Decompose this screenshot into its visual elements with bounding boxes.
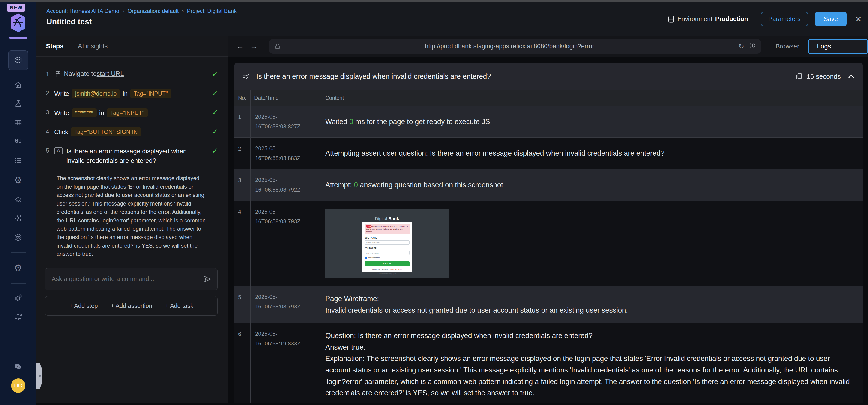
gear-icon: ⚙ [14,263,22,272]
row-number: 3 [235,169,251,201]
panel-expander-handle[interactable] [36,363,42,388]
step-value-badge: jsmith@demo.io [72,89,120,98]
sidebar-item-list[interactable] [14,156,22,165]
sidebar-bottom-section: ? DC [0,355,36,405]
help-button[interactable]: ? [14,363,22,372]
thumb-brand: Digital Bank [325,215,449,222]
tab-ai-insights[interactable]: AI insights [78,42,107,50]
tab-steps[interactable]: Steps [46,42,63,50]
log-row-4: 4 2025-05-16T06:58:08.793Z Digital Bank … [235,201,863,286]
breadcrumb-project[interactable]: Project: Digital Bank [187,8,237,14]
row-content: Attempting assert user question: Is ther… [320,138,863,169]
environment-label: Environment [677,16,712,23]
info-icon[interactable] [749,42,756,50]
sidebar-item-cd[interactable] [14,233,22,241]
command-input-box [45,268,218,290]
main-panel: ← → http://prod.dbank.staging-apps.relic… [228,36,868,403]
add-actions-bar: + Add step + Add assertion + Add task [45,296,218,316]
module-box-icon [14,56,22,64]
copy-icon[interactable] [796,73,803,80]
step-connector: in [123,90,128,97]
lock-open-icon [275,43,281,50]
log-row-2: 2 2025-05-16T06:58:03.883Z Attempting as… [235,137,863,169]
step-selector-badge: Tag="BUTTON" SIGN IN [71,127,141,137]
nav-divider [10,252,26,253]
sidebar-item-stages[interactable] [14,138,22,146]
forward-icon[interactable]: → [250,42,258,51]
assertion-question-text: Is there an error message displayed when… [66,147,196,165]
start-url-link[interactable]: start URL [97,70,124,77]
flask-icon [14,100,22,108]
user-avatar[interactable]: DC [11,378,25,393]
new-badge: NEW [7,4,25,12]
app-header: Account: Harness AITA Demo › Organizatio… [36,2,868,36]
environment-value[interactable]: Production [715,16,748,23]
step-success-check-icon: ✓ [212,127,218,135]
step-row-2[interactable]: 2 Write jsmith@demo.io in Tag="INPUT" ✓ [36,89,228,98]
refresh-icon[interactable]: ↻ [739,42,744,50]
sidebar-item-chaos[interactable] [14,214,22,223]
close-icon[interactable]: ✕ [855,15,862,24]
row-number: 4 [235,201,251,286]
log-row-5: 5 2025-05-16T06:58:08.793Z Page Wirefram… [235,286,863,323]
breadcrumb: Account: Harness AITA Demo › Organizatio… [46,8,237,14]
incognito-icon [14,195,22,204]
step-success-check-icon: ✓ [212,70,218,78]
add-step-button[interactable]: + Add step [69,302,98,310]
flag-icon [55,70,61,79]
harness-logo[interactable] [10,13,27,34]
step-connector: in [99,109,104,117]
sidebar-item-settings[interactable]: ⚙ [14,175,22,185]
log-row-3: 3 2025-05-16T06:58:08.792Z Attempt: 0 an… [235,169,863,201]
send-icon[interactable] [204,275,217,283]
nav-divider [10,283,26,284]
step-row-1[interactable]: 1 Navigate to start URL ✓ [36,70,228,79]
chevron-up-icon [848,74,855,79]
step-row-3[interactable]: 3 Write ******** in Tag="INPUT" ✓ [36,108,228,117]
sidebar-item-layers-settings[interactable] [14,294,22,302]
address-bar[interactable]: http://prod.dbank.staging-apps.relicx.ai… [269,39,761,54]
sidebar-item-flask[interactable] [14,100,22,108]
screenshot-thumbnail[interactable]: Digital Bank Error Invalid credentials o… [325,209,449,278]
logs-view-button[interactable]: Logs [808,39,868,54]
step-row-5[interactable]: 5 A Is there an error message displayed … [36,147,228,165]
page-title: Untitled test [46,17,237,26]
sidebar-nav: ⚙ ⚙ [0,50,36,321]
browser-view-button[interactable]: Browser [770,39,805,53]
thumb-username-label: USER NAME [365,236,409,239]
sidebar-item-network-settings[interactable] [14,313,22,321]
sidebar-item-incognito[interactable] [14,195,22,204]
row-datetime: 2025-05-16T06:58:03.883Z [251,138,320,169]
thumb-error-alert: Error Invalid credentials or access not … [365,224,409,234]
save-button[interactable]: Save [815,12,847,26]
row-content: Digital Bank Error Invalid credentials o… [320,201,863,286]
thumb-checkbox-icon: ✓ [365,257,367,259]
thumb-username-input: Enter User Name [365,240,409,244]
chaos-dots-icon [14,214,22,223]
parameters-button[interactable]: Parameters [761,12,808,26]
assertion-marker-icon: A [54,147,63,154]
assertion-log-header[interactable]: Is there an error message displayed when… [234,63,863,90]
sidebar-item-grid[interactable] [14,119,22,127]
thumb-signup-line: Don't have account ? Sign Up Here [365,268,409,271]
command-input[interactable] [45,276,204,283]
sidebar-item-home[interactable] [14,81,22,89]
log-row-1: 1 2025-05-16T06:58:03.827Z Waited 0 ms f… [235,106,863,137]
help-chat-icon: ? [14,363,22,372]
row-datetime: 2025-05-16T06:58:03.827Z [251,106,320,137]
step-success-check-icon: ✓ [212,108,218,116]
breadcrumb-account[interactable]: Account: Harness AITA Demo [46,8,119,14]
breadcrumb-organization[interactable]: Organization: default [128,8,179,14]
list-icon [14,156,22,165]
step-verb: Write [54,90,69,97]
sidebar-item-module-box[interactable] [8,50,28,70]
back-icon[interactable]: ← [236,42,244,51]
add-assertion-button[interactable]: + Add assertion [111,302,152,310]
step-row-4[interactable]: 4 Click Tag="BUTTON" SIGN IN ✓ [36,127,228,137]
add-task-button[interactable]: + Add task [165,302,193,310]
sidebar-item-account-settings[interactable]: ⚙ [14,263,22,272]
step-number: 4 [46,127,54,135]
url-text[interactable]: http://prod.dbank.staging-apps.relicx.ai… [281,43,739,50]
collapse-button[interactable] [848,74,855,79]
active-module-underline [9,37,27,38]
